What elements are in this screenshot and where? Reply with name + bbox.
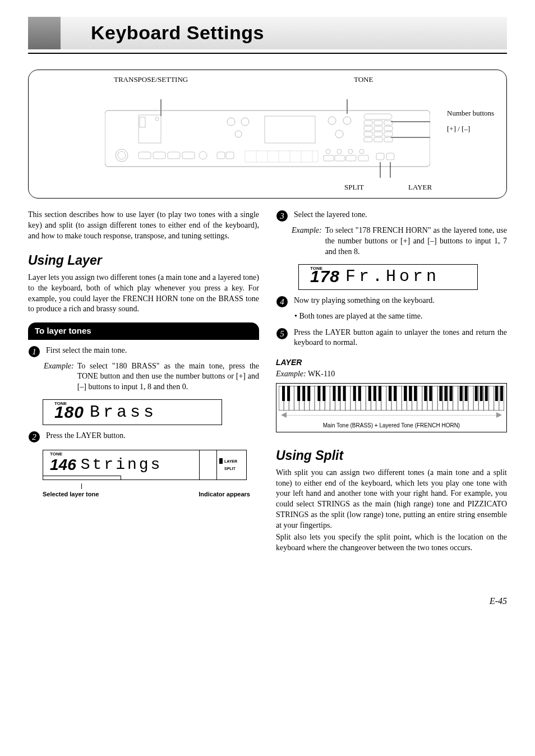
lcd-strings-left: TONE 146 Strings	[43, 450, 200, 480]
step-5-text: Press the LAYER button again to unlayer …	[294, 328, 507, 349]
layer-indicator: LAYER	[219, 458, 244, 464]
example-model: WK-110	[308, 370, 335, 378]
svg-rect-134	[424, 386, 427, 401]
svg-rect-138	[450, 386, 453, 401]
piano-strip: Main Tone (BRASS) + Layered Tone (FRENCH…	[276, 383, 507, 432]
svg-text:1: 1	[32, 347, 36, 356]
split-indicator: SPLIT	[219, 466, 244, 471]
svg-rect-13	[265, 116, 315, 143]
svg-rect-120	[322, 386, 325, 401]
pointer-line	[81, 483, 82, 489]
svg-rect-127	[373, 386, 376, 401]
svg-point-47	[337, 149, 342, 154]
lcd-text: Strings	[81, 454, 163, 476]
svg-rect-21	[364, 126, 372, 131]
step-1: 1 First select the main tone.	[28, 345, 259, 358]
svg-rect-116	[297, 386, 300, 401]
svg-point-46	[326, 149, 330, 154]
svg-rect-137	[444, 386, 447, 401]
right-column: 3 Select the layered tone. Example: To s…	[276, 210, 507, 561]
step-2-text: Press the LAYER button.	[46, 431, 259, 441]
svg-text:3: 3	[279, 211, 284, 220]
svg-rect-28	[374, 137, 382, 142]
svg-text:2: 2	[32, 432, 36, 441]
svg-rect-27	[364, 137, 372, 142]
piano-caption: Main Tone (BRASS) + Layered Tone (FRENCH…	[279, 422, 504, 430]
example-text: To select "178 FRENCH HORN" as the layer…	[325, 225, 507, 257]
svg-point-31	[118, 151, 126, 159]
svg-rect-54	[376, 153, 384, 160]
svg-rect-25	[374, 132, 382, 136]
step-3: 3 Select the layered tone.	[276, 210, 507, 222]
svg-rect-140	[465, 386, 468, 401]
lcd-text: Fr.Horn	[345, 265, 440, 288]
layer-subheading: LAYER	[276, 357, 507, 368]
svg-rect-26	[384, 132, 393, 136]
svg-rect-135	[429, 386, 432, 401]
svg-point-14	[328, 117, 336, 125]
svg-rect-118	[307, 386, 310, 401]
step-4: 4 Now try playing something on the keybo…	[276, 296, 507, 308]
svg-rect-34	[168, 152, 180, 159]
svg-point-10	[227, 118, 235, 126]
svg-rect-55	[386, 153, 394, 160]
lcd-text: Brass	[90, 401, 157, 424]
layer-example-row: Example: WK-110	[276, 369, 507, 380]
page-number: E-45	[28, 595, 507, 607]
svg-rect-144	[495, 386, 498, 401]
title-square	[28, 17, 61, 49]
svg-rect-129	[389, 386, 391, 401]
svg-rect-121	[333, 386, 335, 401]
step-2-badge: 2	[28, 431, 40, 443]
svg-text:4: 4	[280, 297, 284, 306]
step-3-example: Example: To select "178 FRENCH HORN" as …	[292, 225, 507, 257]
svg-point-30	[116, 149, 128, 162]
svg-rect-117	[302, 386, 305, 401]
svg-rect-24	[364, 132, 372, 136]
svg-rect-125	[358, 386, 361, 401]
svg-rect-33	[153, 152, 165, 159]
svg-point-15	[343, 117, 351, 125]
using-split-heading: Using Split	[276, 447, 507, 464]
example-label: Example:	[276, 370, 306, 378]
svg-rect-53	[358, 155, 368, 161]
svg-rect-119	[317, 386, 320, 401]
callout-split: SPLIT	[344, 182, 364, 192]
svg-rect-115	[287, 386, 290, 401]
page-title: Keyboard Settings	[91, 20, 264, 46]
step-4-bullet: • Both tones are played at the same time…	[294, 311, 507, 322]
step-2: 2 Press the LAYER button.	[28, 431, 259, 443]
svg-rect-20	[384, 121, 393, 125]
caption-left: Selected layer tone	[43, 490, 99, 499]
svg-rect-23	[384, 126, 393, 131]
example-text: To select "180 BRASS" as the main tone, …	[77, 361, 259, 393]
svg-rect-139	[460, 386, 463, 401]
svg-rect-7	[139, 115, 161, 143]
svg-rect-29	[384, 137, 393, 142]
svg-rect-22	[374, 126, 382, 131]
svg-rect-132	[409, 386, 412, 401]
callout-tone: TONE	[354, 75, 373, 85]
svg-rect-133	[414, 386, 417, 401]
arrow-right-icon	[496, 412, 502, 418]
lcd-brass: TONE 180 Brass	[43, 399, 222, 425]
lcd-strings: TONE 146 Strings LAYER SPLIT	[43, 450, 259, 480]
to-layer-tones-bar: To layer tones	[28, 322, 259, 339]
svg-rect-51	[335, 155, 345, 161]
svg-rect-128	[379, 386, 381, 401]
svg-rect-126	[368, 386, 371, 401]
title-bar: Keyboard Settings	[61, 17, 507, 49]
keyboard-illustration	[105, 99, 430, 178]
using-split-desc2: Split also lets you specify the split po…	[276, 532, 507, 554]
page-header: Keyboard Settings	[28, 17, 507, 49]
step-4-badge: 4	[276, 296, 288, 308]
tone-label: TONE	[54, 401, 67, 407]
tone-label: TONE	[310, 266, 322, 272]
svg-rect-145	[500, 386, 503, 401]
svg-point-36	[199, 151, 207, 159]
lcd-frhorn: TONE 178 Fr.Horn	[298, 264, 478, 290]
using-layer-heading: Using Layer	[28, 252, 259, 269]
svg-rect-136	[439, 386, 442, 401]
svg-rect-8	[140, 117, 145, 127]
svg-rect-35	[182, 152, 195, 159]
